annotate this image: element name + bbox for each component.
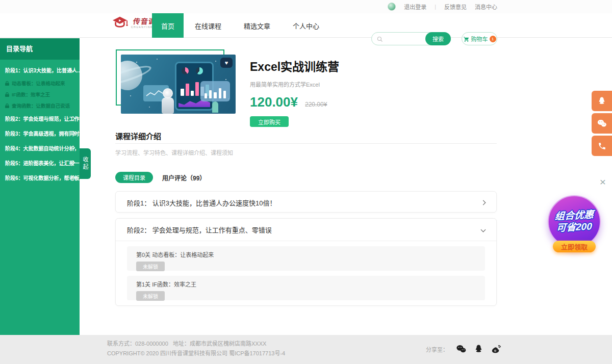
cart-icon: [463, 36, 470, 42]
stage-panel-1-header[interactable]: 阶段1： 认识3大技能，比普通人办公速度快10倍！: [116, 192, 496, 213]
stage-label: 阶段4：: [5, 146, 23, 151]
phone-icon: [598, 142, 606, 150]
panel-label: 阶段2：: [127, 225, 150, 235]
course-price: 120.00¥: [250, 94, 298, 110]
promo-close-icon[interactable]: ×: [600, 176, 606, 187]
nav-item-profile[interactable]: 个人中心: [282, 13, 330, 38]
search-button[interactable]: 搜索: [425, 32, 451, 45]
chevron-right-icon: [481, 200, 486, 205]
search-box: 搜索: [371, 32, 451, 45]
footer-contact: 联系方式：028-0000000: [107, 341, 168, 347]
pie-chart-glyph: [182, 67, 189, 74]
logout-link[interactable]: 退出登录: [404, 3, 426, 11]
cart-count-badge: 1: [490, 36, 496, 42]
cart-label: 购物车: [471, 35, 488, 43]
sidebar-stage-4[interactable]: 阶段4：大批数据自动统计分析，...: [0, 141, 80, 155]
feedback-link[interactable]: 反馈意见: [444, 3, 467, 11]
cactus-decoration: [212, 101, 218, 113]
course-cover-image[interactable]: ♥: [121, 55, 236, 114]
topbar: 退出登录 | 反馈意见 消息中心: [0, 0, 612, 13]
tab-user-reviews[interactable]: 用户评论（99）: [162, 173, 206, 182]
qq-icon: [597, 96, 606, 106]
favorite-button[interactable]: ♥: [220, 58, 233, 68]
stage-panel-2-header[interactable]: 阶段2： 学会处理与规范，让工作有重点、零错误: [116, 219, 496, 241]
course-title: Excel实战训练营: [250, 57, 339, 74]
lesson-label: 动态看板：让表格动起来: [12, 80, 65, 87]
sidebar-stage-6[interactable]: 阶段6：可视化数据分析，帮老板...: [0, 170, 80, 185]
share-qq-icon[interactable]: [474, 344, 483, 354]
lesson-card-1[interactable]: 第1关 IF函数：效率之王 未解锁: [127, 276, 485, 300]
qq-contact-button[interactable]: [592, 91, 612, 111]
astronaut-helmet: [163, 88, 173, 98]
panel-title: 认识3大技能，比普通人办公速度快10倍！: [152, 198, 276, 207]
lock-icon: [5, 103, 9, 108]
user-avatar[interactable]: [388, 3, 396, 11]
share-label: 分享至：: [426, 345, 448, 353]
pie-chart-glyph: [196, 67, 203, 74]
promo-line2: 可省200: [556, 221, 592, 234]
wechat-icon: [597, 119, 607, 128]
sidebar-stage-5[interactable]: 阶段5：进阶图表美化，让汇报一...: [0, 155, 80, 170]
panel-label: 阶段1：: [127, 198, 150, 207]
stage-panel-2: 阶段2： 学会处理与规范，让工作有重点、零错误 第0关 动态看板：让表格动起来 …: [115, 218, 497, 306]
footer: 联系方式：028-0000000 地址：成都市武侯区槐树店南路XXXX COPY…: [0, 335, 612, 364]
divider: [115, 143, 497, 144]
tab-course-catalog[interactable]: 课程目录: [115, 172, 153, 183]
navbar: 传音课堂 CHUANYINKETANG 首页 在线课程 精选文章 个人中心 搜索…: [0, 13, 612, 38]
sidebar-lesson-3[interactable]: 查询函数：让数据自己说话: [0, 100, 80, 111]
course-info: Excel实战训练营 用最简单实用的方式学Excel 120.00¥ 220.0…: [250, 57, 339, 127]
messages-link[interactable]: 消息中心: [475, 3, 497, 11]
course-original-price: 220.00¥: [305, 101, 327, 108]
main-nav: 首页 在线课程 精选文章 个人中心: [152, 13, 330, 38]
lesson-card-0[interactable]: 第0关 动态看板：让表格动起来 未解锁: [127, 246, 485, 271]
stars-decoration: [121, 55, 122, 56]
buy-now-button[interactable]: 立即购买: [250, 116, 289, 127]
stage-label: 阶段2：: [5, 116, 23, 122]
stage-label: 阶段3：: [5, 131, 23, 137]
lesson-label: 查询函数：让数据自己说话: [12, 102, 70, 109]
claim-coupon-button[interactable]: 立即领取: [553, 241, 596, 252]
detail-tabs: 课程目录 用户评论（99）: [115, 172, 206, 183]
lock-icon: [5, 92, 9, 97]
detail-intro: 学习流程、学习特色、课程详细介绍、课程须知: [115, 148, 233, 157]
chart-card-right: [200, 81, 230, 101]
nav-item-articles[interactable]: 精选文章: [233, 13, 282, 38]
lesson-title: 第0关 动态看板：让表格动起来: [136, 250, 476, 258]
search-icon: [376, 36, 384, 43]
footer-address: 地址：成都市武侯区槐树店南路XXXX: [173, 341, 266, 347]
chevron-down-icon: [481, 227, 486, 232]
sidebar-stage-2[interactable]: 阶段2：学会处理与规范，让工作...: [0, 111, 80, 126]
lesson-title: 第1关 IF函数：效率之王: [136, 280, 476, 288]
phone-contact-button[interactable]: [592, 136, 612, 156]
detail-heading: 课程详细介绍: [115, 131, 161, 141]
topbar-divider: |: [435, 4, 436, 10]
stage-label: 阶段5：: [5, 161, 23, 166]
panel-title: 学会处理与规范，让工作有重点、零错误: [152, 225, 272, 235]
lock-icon: [5, 81, 9, 86]
share-wechat-icon[interactable]: [455, 344, 467, 354]
sidebar-stage-3[interactable]: 阶段3：学会高级透视，拥有同时...: [0, 126, 80, 141]
stage-label: 阶段1：: [5, 68, 23, 73]
nav-item-home[interactable]: 首页: [152, 13, 184, 38]
stage-label: 阶段6：: [5, 175, 23, 181]
sidebar-stage-1[interactable]: 阶段1：认识3大技能，比普通人...: [0, 63, 80, 77]
sidebar-collapse-button[interactable]: 收起: [80, 148, 91, 179]
sidebar-lesson-1[interactable]: 动态看板：让表格动起来: [0, 77, 80, 89]
lesson-status-badge: 未解锁: [136, 262, 165, 271]
sidebar-title: 目录导航: [0, 38, 80, 60]
lesson-status-badge: 未解锁: [136, 291, 165, 301]
nav-item-courses[interactable]: 在线课程: [184, 13, 233, 38]
sidebar-lesson-2[interactable]: IF函数：效率之王: [0, 89, 80, 100]
wechat-contact-button[interactable]: [592, 113, 612, 134]
page: 退出登录 | 反馈意见 消息中心 传音课堂 CHUANYINKETANG 首页 …: [0, 0, 612, 364]
astronaut-body: [162, 97, 174, 114]
cart-button[interactable]: 购物车 1: [462, 32, 497, 45]
search-input[interactable]: [385, 33, 426, 44]
stage-panel-1: 阶段1： 认识3大技能，比普通人办公速度快10倍！: [115, 191, 497, 213]
lesson-label: IF函数：效率之王: [12, 91, 50, 98]
catalog-sidebar: 目录导航 阶段1：认识3大技能，比普通人... 动态看板：让表格动起来 IF函数…: [0, 38, 80, 335]
graduation-cap-icon: [111, 16, 129, 30]
share-weibo-icon[interactable]: [491, 344, 502, 354]
heart-icon: ♥: [225, 60, 228, 66]
footer-copyright: COPYRIGHT© 2020 四川传音课堂科技有限公司 蜀ICP备170177…: [107, 349, 285, 358]
